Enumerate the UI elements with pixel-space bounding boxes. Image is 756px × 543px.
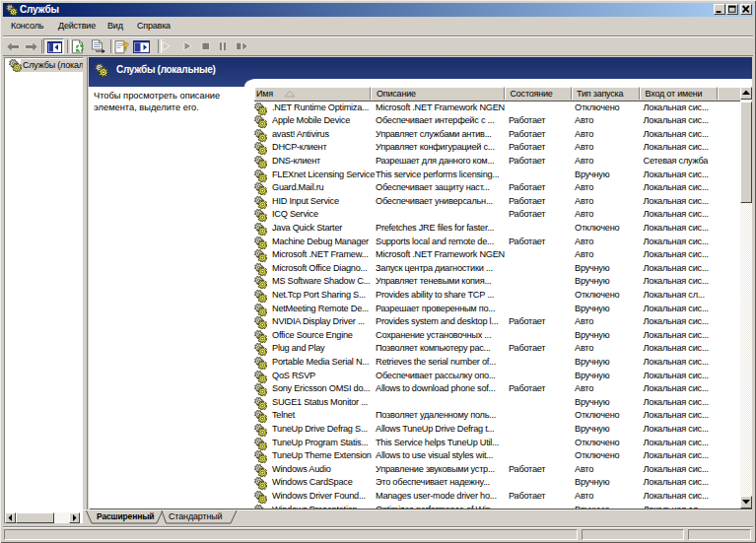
svg-text:?: ? (122, 40, 129, 52)
